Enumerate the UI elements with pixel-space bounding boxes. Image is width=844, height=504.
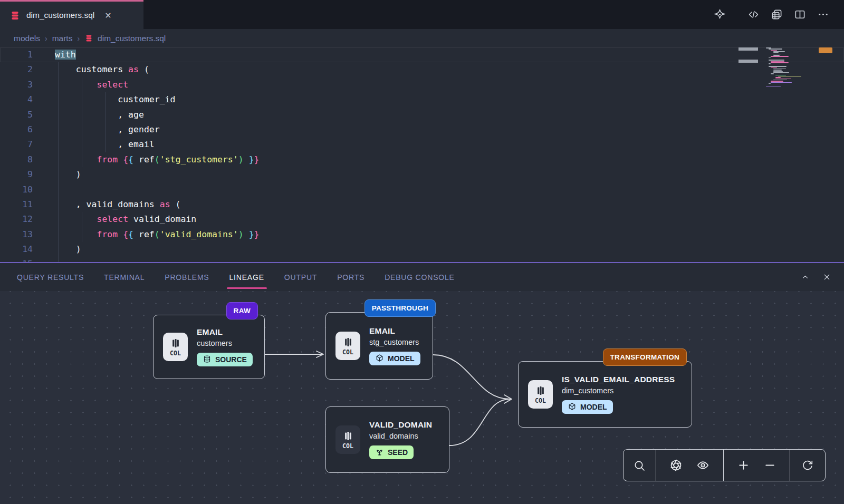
line-number: 7 [0, 137, 33, 152]
materialization-label: MODEL [388, 354, 415, 363]
split-editor-icon[interactable] [794, 8, 806, 21]
tab-dim-customers-sql[interactable]: dim_customers.sql ✕ [0, 0, 143, 29]
materialization-label: SOURCE [215, 355, 247, 364]
column-name: VALID_DOMAIN [369, 420, 432, 430]
code-text: , email [33, 137, 155, 152]
col-label: COL [342, 442, 353, 450]
line-number: 6 [0, 122, 33, 137]
panel-tab-ports[interactable]: PORTS [337, 263, 365, 291]
breadcrumb-separator: › [77, 34, 80, 43]
code-line: 14 ) [0, 242, 844, 257]
cube-icon [568, 402, 577, 411]
database-icon [203, 355, 212, 364]
code-line: 1with [0, 47, 844, 62]
database-icon [9, 10, 21, 21]
code-text: , gender [33, 122, 160, 137]
node-body: EMAILstg_customersMODEL [369, 326, 420, 365]
column-name: EMAIL [369, 326, 420, 336]
breadcrumb-separator: › [45, 34, 47, 43]
columns-icon [342, 430, 354, 442]
zoom-out-icon[interactable] [763, 459, 776, 472]
code-text [33, 257, 55, 262]
panel-tab-problems[interactable]: PROBLEMS [165, 263, 209, 291]
panel-tabs: QUERY RESULTSTERMINALPROBLEMSLINEAGEOUTP… [17, 263, 475, 291]
code-line: 7 , email [0, 137, 844, 152]
node-body: EMAILcustomersSOURCE [197, 327, 253, 366]
edge-arrowhead [316, 351, 323, 357]
dbt-logo-icon[interactable] [714, 8, 726, 21]
search-icon[interactable] [633, 459, 646, 472]
code-line: 2 customers as ( [0, 62, 844, 77]
materialization-badge-model[interactable]: MODEL [562, 400, 613, 414]
code-line: 11 , valid_domains as ( [0, 197, 844, 212]
tab-label: dim_customers.sql [26, 11, 94, 20]
panel-actions [801, 273, 831, 282]
table-name: customers [197, 339, 253, 347]
code-text: from {{ ref('stg_customers') }} [33, 152, 260, 167]
breadcrumb-item-models[interactable]: models [14, 34, 40, 43]
close-icon[interactable]: ✕ [104, 11, 111, 21]
code-text: , valid_domains as ( [33, 197, 180, 212]
zoom-in-icon[interactable] [737, 459, 750, 472]
code-line: 9 ) [0, 167, 844, 182]
materialization-label: SEED [388, 448, 408, 457]
node-body: IS_VALID_EMAIL_ADDRESSdim_customersMODEL [562, 375, 675, 414]
code-text: ) [33, 167, 81, 182]
column-type-icon: COL [335, 332, 360, 360]
materialization-badge-source[interactable]: SOURCE [197, 353, 253, 366]
code-text: select [33, 77, 128, 92]
code-text: select valid_domain [33, 212, 196, 227]
column-type-icon: COL [163, 333, 188, 361]
breadcrumb-item-marts[interactable]: marts [52, 34, 73, 43]
panel-tab-query-results[interactable]: QUERY RESULTS [17, 263, 84, 291]
line-number: 9 [0, 167, 33, 182]
table-name: stg_customers [369, 338, 420, 346]
column-type-icon: COL [528, 380, 553, 409]
panel-tab-terminal[interactable]: TERMINAL [104, 263, 145, 291]
more-actions-icon[interactable] [817, 8, 829, 21]
panel-tab-debug-console[interactable]: DEBUG CONSOLE [385, 263, 455, 291]
column-name: EMAIL [197, 327, 253, 337]
code-lines: 1with2 customers as (3 select4 customer_… [0, 47, 844, 262]
edge-arrowhead [504, 395, 512, 403]
code-line: 5 , age [0, 108, 844, 122]
minimap[interactable] [764, 47, 819, 92]
lineage-node-dim_customers[interactable]: TRANSFORMATIONCOLIS_VALID_EMAIL_ADDRESSd… [518, 361, 692, 428]
close-icon[interactable] [822, 273, 831, 282]
breadcrumb-label: models [14, 34, 40, 43]
column-name: IS_VALID_EMAIL_ADDRESS [562, 375, 675, 384]
columns-icon [170, 337, 181, 349]
line-number: 1 [0, 47, 33, 62]
code-text: from {{ ref('valid_domains') }} [33, 227, 260, 242]
breadcrumb-label: dim_customers.sql [98, 34, 166, 43]
chevron-up-icon[interactable] [801, 273, 810, 282]
panel-tab-output[interactable]: OUTPUT [284, 263, 317, 291]
lineage-node-customers[interactable]: RAWCOLEMAILcustomersSOURCE [153, 315, 265, 379]
materialization-badge-seed[interactable]: SEED [369, 445, 414, 459]
breadcrumb-item-dim-customers-sql[interactable]: dim_customers.sql [84, 34, 166, 43]
editor-actions [714, 0, 844, 29]
code-line: 3 select [0, 77, 844, 92]
lineage-node-valid_domains[interactable]: COLVALID_DOMAINvalid_domainsSEED [325, 406, 449, 473]
code-line: 8 from {{ ref('stg_customers') }} [0, 152, 844, 167]
node-tag-raw: RAW [226, 302, 258, 319]
lineage-node-stg_customers[interactable]: PASSTHROUGHCOLEMAILstg_customersMODEL [325, 312, 433, 380]
code-text: with [33, 47, 76, 62]
materialization-badge-model[interactable]: MODEL [369, 352, 420, 365]
toolbar-group [790, 450, 825, 481]
code-editor[interactable]: 1with2 customers as (3 select4 customer_… [0, 47, 844, 262]
col-label: COL [170, 350, 181, 357]
overview-ruler-mark [738, 60, 758, 63]
preview-table-icon[interactable] [771, 8, 783, 21]
panel-tab-lineage[interactable]: LINEAGE [229, 263, 264, 291]
edge-stg-to-dim [433, 355, 510, 399]
line-number: 12 [0, 212, 33, 227]
eye-icon[interactable] [696, 459, 709, 472]
columns-icon [535, 385, 546, 396]
lineage-canvas[interactable]: RAWCOLEMAILcustomersSOURCEPASSTHROUGHCOL… [0, 291, 844, 504]
refresh-icon[interactable] [801, 459, 814, 472]
aperture-icon[interactable] [669, 459, 683, 472]
col-label: COL [342, 348, 353, 356]
code-line: 15 [0, 257, 844, 262]
code-icon[interactable] [747, 8, 760, 21]
